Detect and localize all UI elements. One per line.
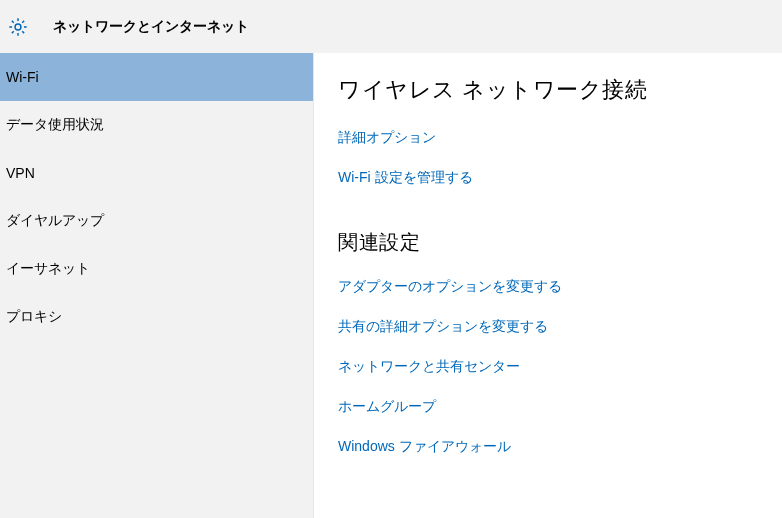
sidebar-item-label: VPN xyxy=(6,165,35,181)
link-advanced-options[interactable]: 詳細オプション xyxy=(338,129,782,147)
settings-body: Wi-Fi データ使用状況 VPN ダイヤルアップ イーサネット プロキシ ワイ… xyxy=(0,53,782,518)
page-title: ネットワークとインターネット xyxy=(53,18,249,36)
gear-icon xyxy=(7,16,29,38)
sidebar: Wi-Fi データ使用状況 VPN ダイヤルアップ イーサネット プロキシ xyxy=(0,53,314,518)
sidebar-item-label: ダイヤルアップ xyxy=(6,212,104,230)
link-network-sharing-center[interactable]: ネットワークと共有センター xyxy=(338,358,782,376)
section-heading-related: 関連設定 xyxy=(338,229,782,256)
section-heading-wireless: ワイヤレス ネットワーク接続 xyxy=(338,75,782,105)
sidebar-item-wifi[interactable]: Wi-Fi xyxy=(0,53,313,101)
main-panel: ワイヤレス ネットワーク接続 詳細オプション Wi-Fi 設定を管理する 関連設… xyxy=(314,53,782,518)
svg-point-0 xyxy=(15,24,21,30)
sidebar-item-ethernet[interactable]: イーサネット xyxy=(0,245,313,293)
sidebar-item-vpn[interactable]: VPN xyxy=(0,149,313,197)
link-homegroup[interactable]: ホームグループ xyxy=(338,398,782,416)
link-change-adapter-options[interactable]: アダプターのオプションを変更する xyxy=(338,278,782,296)
sidebar-item-label: Wi-Fi xyxy=(6,69,39,85)
sidebar-item-proxy[interactable]: プロキシ xyxy=(0,293,313,341)
settings-header: ネットワークとインターネット xyxy=(0,0,782,53)
sidebar-item-label: データ使用状況 xyxy=(6,116,104,134)
sidebar-item-label: プロキシ xyxy=(6,308,62,326)
link-change-sharing-options[interactable]: 共有の詳細オプションを変更する xyxy=(338,318,782,336)
sidebar-item-data-usage[interactable]: データ使用状況 xyxy=(0,101,313,149)
link-manage-wifi[interactable]: Wi-Fi 設定を管理する xyxy=(338,169,782,187)
link-windows-firewall[interactable]: Windows ファイアウォール xyxy=(338,438,782,456)
sidebar-item-label: イーサネット xyxy=(6,260,90,278)
sidebar-item-dialup[interactable]: ダイヤルアップ xyxy=(0,197,313,245)
